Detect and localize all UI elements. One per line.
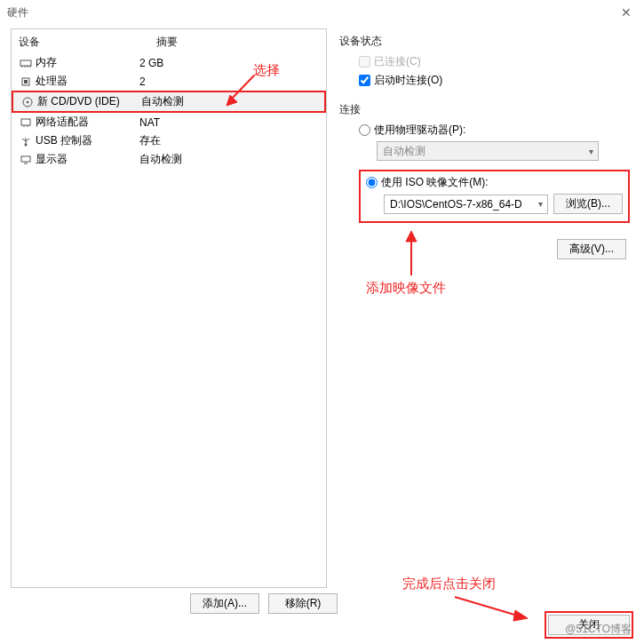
connect-at-poweron-input[interactable] xyxy=(359,75,370,86)
svg-rect-0 xyxy=(20,60,31,66)
iso-section-highlight: 使用 ISO 映像文件(M): D:\IOS\CentOS-7-x86_64-D… xyxy=(359,170,630,223)
device-name: USB 控制器 xyxy=(36,133,92,148)
device-name: 网络适配器 xyxy=(36,115,89,130)
svg-marker-23 xyxy=(513,610,528,621)
use-iso-label: 使用 ISO 映像文件(M): xyxy=(381,175,489,190)
physical-drive-combo: 自动检测 ▾ xyxy=(377,141,599,161)
device-name: 新 CD/DVD (IDE) xyxy=(37,94,120,109)
chevron-down-icon: ▾ xyxy=(589,147,593,156)
iso-path-combo[interactable]: D:\IOS\CentOS-7-x86_64-D ▾ xyxy=(384,195,548,214)
table-row[interactable]: USB 控制器 存在 xyxy=(12,131,326,150)
advanced-button[interactable]: 高级(V)... xyxy=(557,239,626,259)
device-name: 显示器 xyxy=(36,152,68,167)
browse-button[interactable]: 浏览(B)... xyxy=(553,194,623,214)
table-row[interactable]: 显示器 自动检测 xyxy=(12,150,326,169)
connect-at-poweron-label: 启动时连接(O) xyxy=(374,73,442,88)
device-summary: 存在 xyxy=(139,133,319,148)
device-summary: 自动检测 xyxy=(139,152,319,167)
connected-label: 已连接(C) xyxy=(374,54,421,69)
usb-icon xyxy=(19,135,33,147)
col-header-device: 设备 xyxy=(19,35,156,50)
table-row[interactable]: 网络适配器 NAT xyxy=(12,113,326,131)
cpu-icon xyxy=(19,76,33,88)
device-list-panel: 设备 摘要 内存 2 GB 处理器 2 新 CD/DVD (IDE) 自动检测 … xyxy=(11,28,327,588)
svg-line-22 xyxy=(455,597,521,616)
svg-line-15 xyxy=(26,139,29,141)
svg-point-8 xyxy=(27,100,29,103)
use-physical-radio[interactable]: 使用物理驱动器(P): xyxy=(359,123,630,138)
close-icon[interactable]: ✕ xyxy=(616,5,637,20)
close-button[interactable]: 关闭 xyxy=(548,615,630,635)
device-summary: 2 GB xyxy=(139,57,319,69)
connection-title: 连接 xyxy=(339,102,630,117)
use-iso-radio[interactable]: 使用 ISO 映像文件(M): xyxy=(366,175,623,190)
device-name: 处理器 xyxy=(36,74,68,89)
device-summary: 自动检测 xyxy=(141,94,317,109)
table-row-selected[interactable]: 新 CD/DVD (IDE) 自动检测 xyxy=(12,91,326,113)
cd-icon xyxy=(20,96,35,108)
physical-drive-value: 自动检测 xyxy=(383,144,425,159)
svg-rect-16 xyxy=(21,156,30,162)
memory-icon xyxy=(19,57,33,69)
network-icon xyxy=(19,116,33,129)
use-physical-label: 使用物理驱动器(P): xyxy=(374,123,465,138)
add-button[interactable]: 添加(A)... xyxy=(190,593,259,614)
col-header-summary: 摘要 xyxy=(156,35,319,50)
chevron-down-icon: ▾ xyxy=(538,199,543,209)
table-row[interactable]: 内存 2 GB xyxy=(12,53,326,72)
connected-checkbox: 已连接(C) xyxy=(359,54,630,69)
window-title: 硬件 xyxy=(7,5,28,20)
table-row[interactable]: 处理器 2 xyxy=(12,72,326,91)
iso-path-value: D:\IOS\CentOS-7-x86_64-D xyxy=(390,198,522,211)
svg-rect-6 xyxy=(24,80,28,83)
display-icon xyxy=(19,154,33,166)
settings-panel: 设备状态 已连接(C) 启动时连接(O) 连接 使用物理驱动器(P): xyxy=(336,28,633,588)
svg-rect-9 xyxy=(21,119,30,125)
device-summary: NAT xyxy=(139,116,319,129)
device-name: 内存 xyxy=(36,55,57,70)
remove-button[interactable]: 移除(R) xyxy=(268,593,338,614)
use-iso-input[interactable] xyxy=(366,177,378,188)
svg-line-14 xyxy=(22,139,26,141)
device-summary: 2 xyxy=(139,76,319,88)
device-status-title: 设备状态 xyxy=(339,34,630,49)
connect-at-poweron-checkbox[interactable]: 启动时连接(O) xyxy=(359,73,630,88)
connected-input xyxy=(359,56,370,68)
arrow-icon xyxy=(451,593,531,625)
use-physical-input[interactable] xyxy=(359,124,370,136)
